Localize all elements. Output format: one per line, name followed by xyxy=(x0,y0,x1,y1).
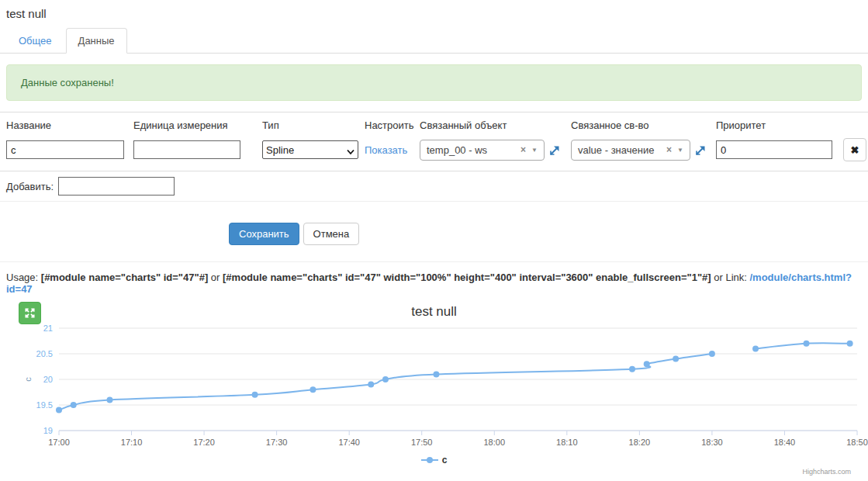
legend-label: c xyxy=(442,455,448,465)
col-header-unit: Единица измерения xyxy=(133,119,262,131)
svg-text:20.5: 20.5 xyxy=(36,349,53,358)
svg-text:18:10: 18:10 xyxy=(556,438,578,447)
svg-text:17:10: 17:10 xyxy=(121,438,143,447)
tab-bar: Общее Данные xyxy=(0,28,868,54)
usage-prefix: Usage: xyxy=(6,272,41,283)
success-alert: Данные сохранены! xyxy=(6,64,862,101)
configure-show-link[interactable]: Показать xyxy=(365,144,407,156)
add-label: Добавить: xyxy=(6,181,54,192)
divider xyxy=(0,261,868,262)
linked-object-select[interactable]: temp_00 - ws × ▼ xyxy=(420,140,545,161)
legend-item-c[interactable]: c xyxy=(421,455,448,465)
type-select[interactable]: Spline xyxy=(262,140,358,159)
series-table: Название Единица измерения Тип Настроить… xyxy=(0,112,868,171)
svg-text:17:50: 17:50 xyxy=(411,438,433,447)
open-linked-property-icon[interactable] xyxy=(696,144,707,155)
svg-text:18:00: 18:00 xyxy=(484,438,506,447)
highcharts-credits-link[interactable]: Highcharts.com xyxy=(802,468,851,476)
fullscreen-expand-icon xyxy=(24,307,36,319)
legend: c xyxy=(0,455,868,465)
usage-line: Usage: [#module name="charts" id="47"#] … xyxy=(6,272,862,295)
usage-or-2: or Link: xyxy=(711,272,750,283)
linked-object-clear-icon[interactable]: × xyxy=(520,144,526,155)
page-title: test null xyxy=(0,0,868,22)
chart-canvas: test null1919.52020.52117:0017:1017:2017… xyxy=(0,297,868,481)
svg-text:19.5: 19.5 xyxy=(36,400,53,410)
form-actions: Сохранить Отмена xyxy=(229,223,868,245)
svg-text:21: 21 xyxy=(43,324,53,333)
linked-property-caret-icon: ▼ xyxy=(677,147,683,154)
remove-row-button[interactable]: ✖ xyxy=(843,138,866,161)
svg-text:18:30: 18:30 xyxy=(701,438,723,447)
fullscreen-button[interactable] xyxy=(19,302,41,324)
svg-text:17:30: 17:30 xyxy=(266,438,288,447)
svg-text:18:40: 18:40 xyxy=(774,438,796,447)
col-header-priority: Приоритет xyxy=(716,119,839,131)
cancel-button[interactable]: Отмена xyxy=(303,223,360,245)
col-header-linked-object: Связанный объект xyxy=(420,119,571,131)
svg-text:18:20: 18:20 xyxy=(629,438,651,447)
open-linked-object-icon[interactable] xyxy=(550,144,561,155)
series-row: Spline Показать temp_00 - ws × ▼ xyxy=(6,137,868,171)
unit-input[interactable] xyxy=(133,140,240,159)
svg-text:18:50: 18:50 xyxy=(846,438,868,447)
linked-object-caret-icon: ▼ xyxy=(531,147,538,154)
svg-text:17:00: 17:00 xyxy=(48,438,70,447)
col-header-configure: Настроить xyxy=(365,119,420,131)
linked-property-select[interactable]: value - значение × ▼ xyxy=(571,140,690,161)
col-header-linked-property: Связанное св-во xyxy=(571,119,716,131)
series-table-header: Название Единица измерения Тип Настроить… xyxy=(6,112,868,137)
add-series-row: Добавить: xyxy=(0,171,868,202)
usage-or-1: or xyxy=(208,272,223,283)
tab-general[interactable]: Общее xyxy=(6,28,64,54)
name-input[interactable] xyxy=(6,140,124,159)
svg-text:19: 19 xyxy=(43,426,53,435)
svg-text:test null: test null xyxy=(411,304,457,319)
svg-text:17:20: 17:20 xyxy=(193,438,215,447)
save-button[interactable]: Сохранить xyxy=(229,223,299,245)
usage-code-2: [#module name="charts" id="47" width="10… xyxy=(223,272,711,283)
svg-text:c: c xyxy=(23,377,33,382)
col-header-type: Тип xyxy=(262,119,365,131)
priority-input[interactable] xyxy=(716,140,832,159)
legend-marker-icon xyxy=(421,456,438,464)
success-alert-text: Данные сохранены! xyxy=(21,77,114,88)
usage-code-1: [#module name="charts" id="47"#] xyxy=(41,272,208,283)
col-header-name: Название xyxy=(6,119,133,131)
tab-data[interactable]: Данные xyxy=(66,28,127,54)
chart-container: test null1919.52020.52117:0017:1017:2017… xyxy=(0,297,868,481)
add-series-input[interactable] xyxy=(58,177,175,196)
svg-text:20: 20 xyxy=(43,375,53,384)
svg-text:17:40: 17:40 xyxy=(338,438,360,447)
remove-icon: ✖ xyxy=(851,144,859,156)
linked-property-clear-icon[interactable]: × xyxy=(666,144,672,155)
linked-object-value: temp_00 - ws xyxy=(427,144,487,156)
linked-property-value: value - значение xyxy=(578,144,654,156)
